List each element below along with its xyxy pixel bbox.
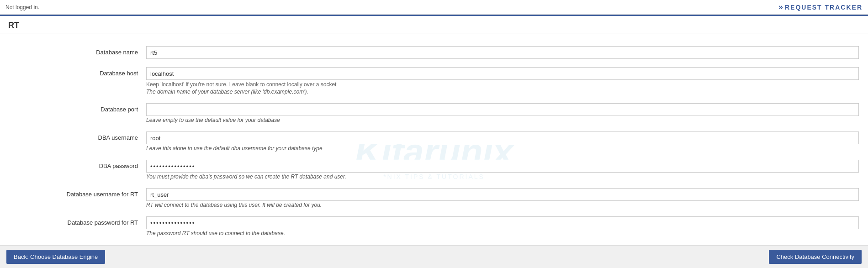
hint-italic-database-port: Leave empty to use the default value for… [146, 117, 859, 123]
form-row-dba-password: DBA password You must provide the dba's … [0, 156, 868, 184]
field-wrap-database-name [146, 46, 859, 59]
logo-chevrons-icon: » [778, 2, 783, 12]
page-title: RT [8, 21, 19, 30]
label-db-username-rt: Database username for RT [9, 188, 146, 198]
footer-bar: Back: Choose Database Engine Check Datab… [0, 245, 868, 268]
field-wrap-db-username-rt: RT will connect to the database using th… [146, 188, 859, 208]
form-row-db-password-rt: Database password for RT The password RT… [0, 213, 868, 240]
field-wrap-dba-username: Leave this alone to use the default dba … [146, 131, 859, 152]
label-db-password-rt: Database password for RT [9, 216, 146, 226]
input-db-password-rt[interactable] [146, 216, 859, 229]
label-database-host: Database host [9, 67, 146, 77]
input-dba-password[interactable] [146, 160, 859, 173]
form-row-dba-username: DBA username Leave this alone to use the… [0, 128, 868, 155]
field-wrap-db-password-rt: The password RT should use to connect to… [146, 216, 859, 236]
input-db-username-rt[interactable] [146, 188, 859, 201]
label-dba-username: DBA username [9, 131, 146, 141]
form-row-database-name: Database name [0, 42, 868, 63]
form-container: Database name Database host Keep 'localh… [0, 42, 868, 240]
form-row-database-host: Database host Keep 'localhost' if you're… [0, 63, 868, 99]
login-status: Not logged in. [5, 4, 39, 11]
main-content: Kifarunix *NIX TIPS & TUTORIALS Database… [0, 33, 868, 268]
field-wrap-database-port: Leave empty to use the default value for… [146, 103, 859, 123]
hint-italic-database-host: The domain name of your database server … [146, 89, 859, 95]
hint-italic-db-password-rt: The password RT should use to connect to… [146, 230, 859, 236]
hint-italic-dba-username: Leave this alone to use the default dba … [146, 145, 859, 152]
input-database-host[interactable] [146, 67, 859, 80]
input-database-name[interactable] [146, 46, 859, 59]
logo-text: Request Tracker [785, 4, 863, 11]
field-wrap-dba-password: You must provide the dba's password so w… [146, 160, 859, 180]
hint-italic-dba-password: You must provide the dba's password so w… [146, 173, 859, 180]
hint-italic-db-username-rt: RT will connect to the database using th… [146, 202, 859, 208]
label-database-name: Database name [9, 46, 146, 56]
check-connectivity-button[interactable]: Check Database Connectivity [769, 250, 862, 264]
top-bar: Not logged in. » Request Tracker [0, 0, 868, 15]
back-button[interactable]: Back: Choose Database Engine [6, 250, 105, 264]
input-database-port[interactable] [146, 103, 859, 116]
label-dba-password: DBA password [9, 160, 146, 169]
label-database-port: Database port [9, 103, 146, 113]
page-title-bar: RT [0, 16, 868, 33]
form-row-db-username-rt: Database username for RT RT will connect… [0, 184, 868, 212]
form-row-database-port: Database port Leave empty to use the def… [0, 100, 868, 127]
field-wrap-database-host: Keep 'localhost' if you're not sure. Lea… [146, 67, 859, 95]
hint-database-host: Keep 'localhost' if you're not sure. Lea… [146, 81, 859, 88]
input-dba-username[interactable] [146, 131, 859, 144]
rt-logo: » Request Tracker [778, 2, 863, 12]
